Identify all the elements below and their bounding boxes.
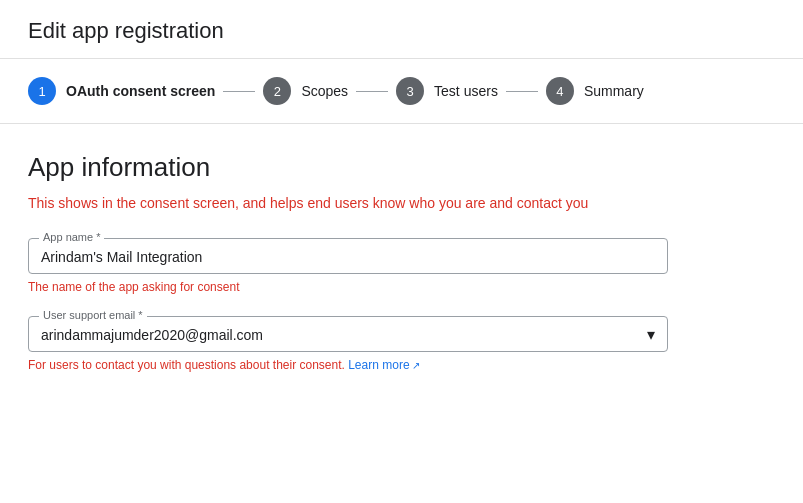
step-divider-3 [506, 91, 538, 92]
step-1-circle: 1 [28, 77, 56, 105]
step-3-label: Test users [434, 83, 498, 99]
app-name-group: App name * The name of the app asking fo… [28, 238, 668, 294]
learn-more-link[interactable]: Learn more↗ [348, 358, 419, 372]
step-divider-1 [223, 91, 255, 92]
user-support-email-group: User support email * arindammajumder2020… [28, 316, 668, 372]
user-support-email-helper: For users to contact you with questions … [28, 358, 668, 372]
user-support-email-wrapper[interactable]: User support email * arindammajumder2020… [28, 316, 668, 352]
helper-text-static: For users to contact you with questions … [28, 358, 345, 372]
external-link-icon: ↗ [412, 360, 420, 371]
dropdown-arrow-icon: ▾ [647, 325, 655, 344]
main-content: App information This shows in the consen… [0, 124, 803, 414]
section-title: App information [28, 152, 775, 183]
step-3[interactable]: 3 Test users [396, 77, 498, 105]
stepper: 1 OAuth consent screen 2 Scopes 3 Test u… [0, 59, 803, 124]
page-title: Edit app registration [28, 18, 775, 44]
page-header: Edit app registration [0, 0, 803, 59]
step-1[interactable]: 1 OAuth consent screen [28, 77, 215, 105]
step-2[interactable]: 2 Scopes [263, 77, 348, 105]
step-2-label: Scopes [301, 83, 348, 99]
step-3-circle: 3 [396, 77, 424, 105]
section-description: This shows in the consent screen, and he… [28, 193, 668, 214]
app-name-label: App name * [39, 231, 104, 243]
app-name-helper: The name of the app asking for consent [28, 280, 668, 294]
app-name-input-wrapper[interactable]: App name * [28, 238, 668, 274]
step-4-circle: 4 [546, 77, 574, 105]
user-support-email-value: arindammajumder2020@gmail.com [41, 327, 263, 343]
step-4[interactable]: 4 Summary [546, 77, 644, 105]
step-1-label: OAuth consent screen [66, 83, 215, 99]
app-name-input[interactable] [41, 249, 655, 265]
step-2-circle: 2 [263, 77, 291, 105]
user-support-email-label: User support email * [39, 309, 147, 321]
step-4-label: Summary [584, 83, 644, 99]
step-divider-2 [356, 91, 388, 92]
